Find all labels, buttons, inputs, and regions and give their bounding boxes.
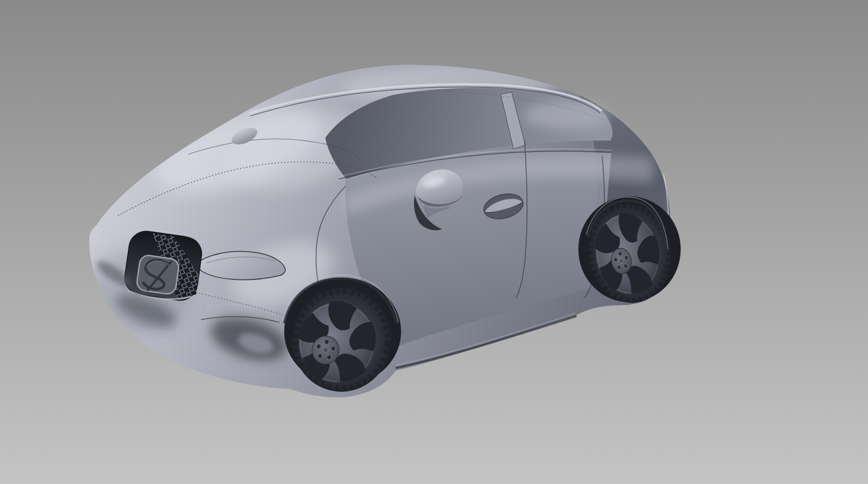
front-grille [122,227,204,304]
glass-sheen [523,101,610,129]
render-viewport[interactable]: CAD-style 3D render of a silver-gray SEA… [0,0,868,484]
car-render [0,0,868,484]
